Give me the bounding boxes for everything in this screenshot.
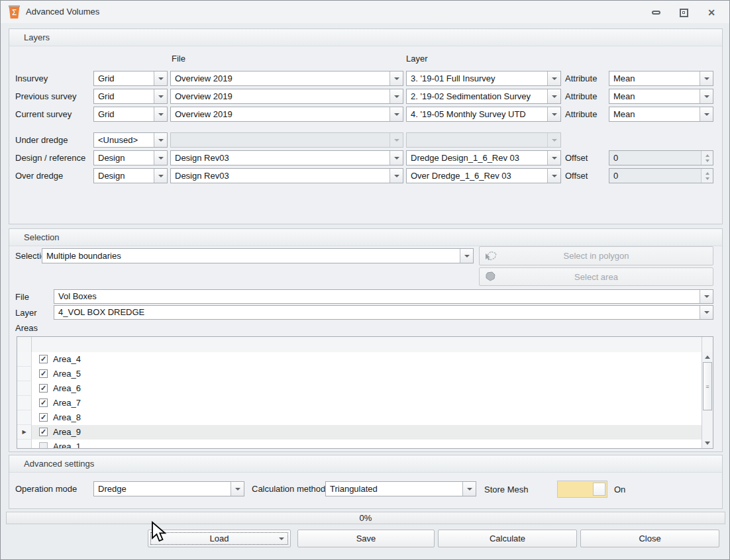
area-label: Area_6 xyxy=(53,381,81,396)
over-dredge-file-combo[interactable]: Design Rev03 xyxy=(170,168,403,183)
dropdown-button[interactable] xyxy=(700,107,713,121)
selection-layer-combo[interactable]: 4_VOL BOX DREDGE xyxy=(54,305,713,320)
previous-survey-attribute-label: Attribute xyxy=(565,91,597,101)
store-mesh-toggle[interactable] xyxy=(557,481,607,498)
chevron-down-icon xyxy=(394,175,399,177)
dropdown-button[interactable] xyxy=(460,249,473,263)
scroll-thumb[interactable]: ≡ xyxy=(703,362,712,410)
area-row[interactable]: Area_1 xyxy=(17,440,702,449)
close-dialog-button[interactable]: Close xyxy=(580,530,719,547)
previous-survey-type-combo[interactable]: Grid xyxy=(93,89,168,104)
area-row[interactable]: Area_8 xyxy=(17,410,702,425)
dropdown-button[interactable] xyxy=(547,89,560,103)
dropdown-button[interactable] xyxy=(547,169,560,183)
current-survey-attribute-label: Attribute xyxy=(565,109,597,119)
over-dredge-offset-spinner[interactable]: 0 xyxy=(609,168,713,183)
load-button[interactable]: Load xyxy=(148,530,291,547)
area-checkbox[interactable] xyxy=(39,384,48,393)
over-dredge-type-combo[interactable]: Design xyxy=(93,168,168,183)
dropdown-button[interactable] xyxy=(547,151,560,165)
dropdown-button[interactable] xyxy=(390,151,403,165)
select-area-button[interactable]: Select area xyxy=(479,267,713,286)
chevron-down-icon xyxy=(552,95,557,98)
chevron-down-icon xyxy=(394,95,399,98)
selection-file-combo[interactable]: Vol Boxes xyxy=(54,289,713,304)
select-in-polygon-button[interactable]: Select in polygon xyxy=(479,246,713,265)
current-survey-file-combo[interactable]: Overview 2019 xyxy=(170,107,403,122)
area-label: Area_8 xyxy=(53,410,81,425)
dropdown-button[interactable] xyxy=(390,89,403,103)
selection-combo[interactable]: Multiple boundaries xyxy=(42,248,474,263)
previous-survey-layer-combo[interactable]: 2. '19-02 Sedimentation Survey xyxy=(406,89,561,104)
areas-label: Areas xyxy=(15,323,38,333)
advanced-volumes-dialog: Σ Advanced Volumes ✕ Layers File Layer I… xyxy=(0,0,730,560)
save-button[interactable]: Save xyxy=(297,530,435,547)
previous-survey-attribute-combo[interactable]: Mean xyxy=(609,89,713,104)
combo-value: 3. '19-01 Full Insurvey xyxy=(407,71,547,85)
design-reference-offset-spinner[interactable]: 0 xyxy=(609,150,713,165)
bucket-body: Σ xyxy=(9,7,20,19)
area-row[interactable]: Area_7 xyxy=(17,396,702,410)
design-reference-type-combo[interactable]: Design xyxy=(93,150,168,165)
dropdown-button[interactable] xyxy=(547,71,560,85)
over-dredge-layer-combo[interactable]: Over Dredge_1_6_Rev 03 xyxy=(406,168,561,183)
area-row[interactable]: Area_4 xyxy=(17,352,702,367)
dropdown-button[interactable] xyxy=(700,306,713,319)
minimize-button[interactable] xyxy=(647,7,664,19)
dropdown-button[interactable] xyxy=(154,169,167,183)
dropdown-button[interactable] xyxy=(390,169,403,183)
combo-value: Grid xyxy=(94,107,154,121)
insurvey-type-combo[interactable]: Grid xyxy=(93,71,168,86)
current-survey-attribute-combo[interactable]: Mean xyxy=(609,107,713,122)
advanced-settings-header: Advanced settings xyxy=(9,455,722,473)
dropdown-button[interactable] xyxy=(390,71,403,85)
spin-down-icon xyxy=(705,160,709,162)
dropdown-button[interactable] xyxy=(154,89,167,103)
scroll-down-button[interactable] xyxy=(702,438,713,448)
design-reference-layer-combo[interactable]: Dredge Design_1_6_Rev 03 xyxy=(406,150,561,165)
dropdown-button[interactable] xyxy=(154,151,167,165)
dropdown-button[interactable] xyxy=(154,133,167,147)
close-button[interactable]: ✕ xyxy=(703,7,720,19)
areas-scrollbar[interactable]: ≡ xyxy=(702,352,713,448)
dropdown-button[interactable] xyxy=(700,290,713,303)
dropdown-button[interactable] xyxy=(700,71,713,85)
row-indicator-cell xyxy=(17,396,32,410)
current-survey-label: Current survey xyxy=(15,109,72,119)
area-checkbox[interactable] xyxy=(39,355,48,363)
store-mesh-label: Store Mesh xyxy=(484,485,528,494)
area-row[interactable]: Area_6 xyxy=(17,381,702,396)
insurvey-layer-combo[interactable]: 3. '19-01 Full Insurvey xyxy=(406,71,561,86)
area-checkbox[interactable] xyxy=(39,428,48,436)
calculation-method-combo[interactable]: Triangulated xyxy=(325,481,476,496)
combo-value: Vol Boxes xyxy=(54,290,700,303)
insurvey-file-combo[interactable]: Overview 2019 xyxy=(170,71,403,86)
dropdown-button[interactable] xyxy=(231,482,244,496)
spinner-buttons[interactable] xyxy=(701,151,713,165)
maximize-button[interactable] xyxy=(675,7,692,19)
dropdown-button[interactable] xyxy=(547,107,560,121)
combo-value: Grid xyxy=(94,71,154,85)
previous-survey-file-combo[interactable]: Overview 2019 xyxy=(170,89,403,104)
under-dredge-type-combo[interactable]: <Unused> xyxy=(93,132,168,148)
dropdown-button[interactable] xyxy=(154,71,167,85)
current-survey-layer-combo[interactable]: 4. '19-05 Monthly Survey UTD xyxy=(406,107,561,122)
dropdown-button[interactable] xyxy=(462,482,476,496)
maximize-icon xyxy=(680,9,688,17)
insurvey-attribute-combo[interactable]: Mean xyxy=(609,71,713,86)
area-row[interactable]: Area_5 xyxy=(17,367,702,381)
spinner-buttons[interactable] xyxy=(701,169,713,183)
dropdown-button[interactable] xyxy=(700,89,713,103)
current-survey-type-combo[interactable]: Grid xyxy=(93,107,168,122)
dropdown-button[interactable] xyxy=(154,107,167,121)
area-checkbox[interactable] xyxy=(39,369,48,378)
area-checkbox[interactable] xyxy=(39,413,48,422)
scroll-up-button[interactable] xyxy=(702,352,713,362)
operation-mode-combo[interactable]: Dredge xyxy=(93,481,244,496)
area-checkbox[interactable] xyxy=(39,398,48,407)
area-row-current[interactable]: Area_9 xyxy=(17,425,702,440)
calculate-button[interactable]: Calculate xyxy=(438,530,577,547)
design-reference-file-combo[interactable]: Design Rev03 xyxy=(170,150,403,165)
dropdown-button[interactable] xyxy=(390,107,403,121)
area-checkbox[interactable] xyxy=(39,442,48,449)
